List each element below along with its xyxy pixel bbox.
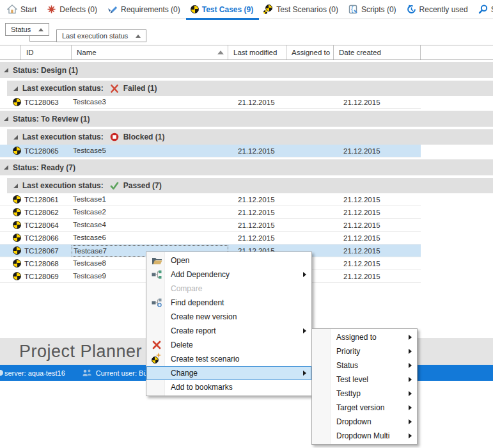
submenu-item-testtyp[interactable]: Testtyp [312,387,417,401]
group-row-status-design[interactable]: Status: Design (1) [0,62,493,78]
table-row[interactable]: TC128065 Testcase5 21.12.2015 21.12.2015 [0,145,421,157]
menu-item-open[interactable]: Open [146,253,311,268]
column-header-assigned-to[interactable]: Assigned to [286,45,334,60]
grid-header: ID Name Last modified Assigned to Date c… [0,45,493,60]
cell-last-modified: 21.12.2015 [228,221,286,229]
test-case-icon [13,259,21,268]
submenu-arrow-icon [303,328,306,333]
table-row[interactable]: TC128066 Testcase6 21.12.2015 21.12.2015 [0,232,421,244]
menu-item-create-new-version[interactable]: Create new version [146,310,311,324]
column-label: Last modified [233,49,277,56]
home-icon [7,4,17,14]
submenu-item-test-level[interactable]: Test level [312,372,417,387]
submenu-item-status[interactable]: Status [312,358,417,372]
submenu-arrow-icon [303,371,306,376]
cell-name: Testcase2 [72,207,228,218]
tab-search[interactable]: Search [474,0,493,19]
submenu-item-priority[interactable]: Priority [312,344,417,358]
column-label: Name [77,49,97,56]
tab-start[interactable]: Start [3,0,42,19]
cell-name: Testcase4 [72,220,228,231]
submenu-arrow-icon [409,349,412,354]
collapse-expander-icon[interactable] [4,165,8,170]
menu-item-label: Delete [171,340,193,349]
find-dependent-icon [150,296,163,310]
cell-name: Testcase5 [72,145,228,157]
tab-test-cases[interactable]: Test Cases (9) [186,0,259,19]
users-icon [82,369,93,377]
menu-item-add-to-bookmarks[interactable]: Add to bookmarks [146,380,311,394]
collapse-expander-icon[interactable] [13,184,18,188]
main-tab-bar: Start Defects (0) Requirements (0) Test … [0,0,493,19]
menu-item-label: Create new version [171,312,237,321]
collapse-expander-icon[interactable] [13,135,18,140]
table-row[interactable]: TC128061 Testcase1 21.12.2015 21.12.2015 [0,193,421,206]
submenu-arrow-icon [409,433,412,438]
submenu-item-target-version[interactable]: Target version [312,401,417,415]
context-menu: Open Add Dependency Compare Find depende… [146,252,312,396]
defect-icon [47,4,56,14]
subgroup-row-passed[interactable]: Last execution status: Passed (7) [7,178,493,193]
script-icon: { [348,4,358,14]
collapse-expander-icon[interactable] [13,86,18,91]
tab-label: Defects (0) [59,5,97,14]
open-folder-icon [150,253,163,268]
connection-icon [0,370,3,376]
server-status-text: server: aqua-test16 [4,369,65,377]
menu-item-label: Assigned to [336,333,377,342]
tab-label: Requirements (0) [121,5,180,14]
column-header-name[interactable]: Name [72,45,228,60]
table-row[interactable]: TC128064 Testcase4 21.12.2015 21.12.2015 [0,219,421,232]
column-header-last-modified[interactable]: Last modified [228,45,286,60]
tab-recently-used[interactable]: Recently used [402,0,474,19]
cell-date-created: 21.12.2015 [334,221,421,229]
menu-item-label: Open [171,256,189,265]
cell-name: Testcase3 [72,97,228,108]
test-scenario-icon [263,4,273,14]
cell-date-created: 21.12.2015 [334,99,421,106]
tab-scripts[interactable]: { Scripts (0) [344,0,402,19]
cell-id: TC128066 [23,234,72,242]
column-header-icon[interactable] [0,45,21,60]
cell-id: TC128063 [23,99,72,106]
column-header-id[interactable]: ID [21,45,72,60]
menu-item-create-report[interactable]: Create report [146,324,311,338]
menu-item-label: Test level [336,375,368,384]
cell-id: TC128062 [23,209,72,216]
menu-item-label: Dropdown Multi [336,431,389,440]
menu-item-add-dependency[interactable]: Add Dependency [146,268,311,282]
menu-item-create-test-scenario[interactable]: Create test scenario [146,352,311,366]
subgroup-row-failed[interactable]: Last execution status: Failed (1) [7,81,493,96]
submenu-item-dropdown-multi[interactable]: Dropdown Multi [312,429,417,443]
collapse-expander-icon[interactable] [4,68,8,72]
menu-item-delete[interactable]: Delete [146,338,311,352]
menu-item-label: Status [336,361,358,370]
group-connector-line [29,36,30,41]
collapse-expander-icon[interactable] [4,116,8,121]
menu-item-find-dependent[interactable]: Find dependent [146,296,311,310]
tab-requirements[interactable]: Requirements (0) [103,0,186,19]
test-case-icon [13,272,21,280]
cell-id: TC128067 [23,247,72,255]
nav-project-planner[interactable]: Project Planner [19,342,142,362]
group-chip-status[interactable]: Status [5,23,49,36]
cell-last-modified: 21.12.2015 [228,147,286,155]
test-case-icon [13,234,21,242]
app-window: Start Defects (0) Requirements (0) Test … [0,0,493,448]
group-chip-last-execution-status[interactable]: Last execution status [56,29,146,42]
tab-test-scenarios[interactable]: Test Scenarios (0) [259,0,344,19]
cell-date-created: 21.12.2015 [334,147,421,155]
table-row[interactable]: TC128063 Testcase3 21.12.2015 21.12.2015 [0,96,421,109]
tab-defects[interactable]: Defects (0) [42,0,103,19]
group-row-status-to-review[interactable]: Status: To Review (1) [0,111,493,127]
table-row[interactable]: TC128062 Testcase2 21.12.2015 21.12.2015 [0,206,421,219]
submenu-arrow-icon [409,391,412,396]
submenu-item-dropdown[interactable]: Dropdown [312,415,417,429]
subgroup-row-blocked[interactable]: Last execution status: Blocked (1) [7,129,493,145]
group-title: Status: To Review (1) [13,115,90,124]
column-header-date-created[interactable]: Date created [334,45,421,60]
menu-item-change[interactable]: Change [146,366,311,380]
submenu-item-assigned-to[interactable]: Assigned to [312,330,417,344]
group-row-status-ready[interactable]: Status: Ready (7) [0,159,493,175]
cell-date-created: 21.12.2015 [334,273,421,280]
